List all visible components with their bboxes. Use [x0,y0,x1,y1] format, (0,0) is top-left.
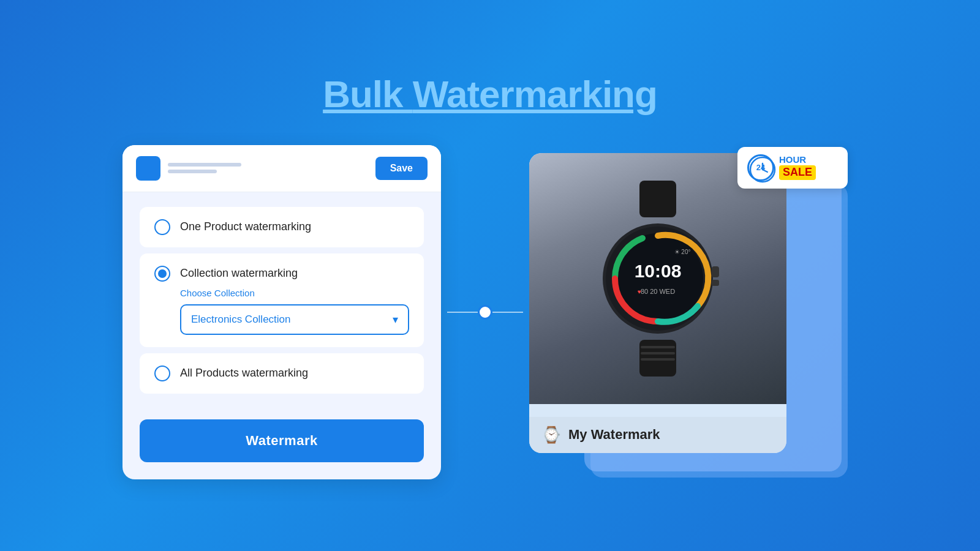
title-start: Bulk [323,73,413,115]
card-main: 10:08 80 20 WED ☀ 20° ♥ ⌚ [529,153,786,453]
header-icon-box [136,156,160,181]
choose-collection-link[interactable]: Choose Collection [180,288,409,298]
svg-rect-3 [639,181,676,217]
left-panel: Save One Product watermarking Collection… [123,145,441,479]
watch-svg: 10:08 80 20 WED ☀ 20° ♥ [590,181,725,377]
main-content: Save One Product watermarking Collection… [123,145,858,479]
collection-dropdown[interactable]: Electronics Collection ▾ [180,304,409,335]
svg-rect-16 [641,358,675,361]
radio-all-products[interactable] [154,365,170,381]
svg-rect-15 [641,352,675,354]
sale-badge: 24 HOUR SALE [737,147,848,189]
svg-rect-14 [641,346,675,348]
radio-collection[interactable] [154,266,170,282]
page-title: Bulk Watermarking [323,72,657,116]
svg-rect-7 [712,280,719,286]
connector-line-left [447,312,478,313]
panel-header: Save [123,145,441,192]
watermark-button[interactable]: Watermark [140,419,424,462]
option-one-product[interactable]: One Product watermarking [140,207,424,247]
sale-clock: 24 [747,154,774,181]
watch-bg: 10:08 80 20 WED ☀ 20° ♥ [529,153,786,404]
option-collection[interactable]: Collection watermarking Choose Collectio… [140,253,424,347]
dropdown-arrow-icon: ▾ [393,313,398,326]
save-button[interactable]: Save [375,157,428,180]
title-highlight: Watermarking [413,73,657,115]
right-panel: 24 HOUR SALE [529,153,835,471]
connector [447,305,523,320]
watermark-text: My Watermark [568,427,660,443]
option-one-product-text: One Product watermarking [180,220,311,233]
options-area: One Product watermarking Collection wate… [123,192,441,414]
option-all-products-label-row: All Products watermarking [154,365,409,381]
option-one-product-label-row: One Product watermarking [154,219,409,235]
header-left [136,156,241,181]
header-line-long [168,163,241,167]
svg-text:80 20 WED: 80 20 WED [641,288,675,295]
svg-rect-6 [712,266,719,277]
radio-one-product[interactable] [154,219,170,235]
collection-dropdown-text: Electronics Collection [191,313,291,326]
connector-dot [478,305,492,320]
sale-tag: SALE [779,165,816,180]
watermark-overlay: ⌚ My Watermark [529,417,786,453]
watermark-icon: ⌚ [541,425,561,444]
option-collection-label-row: Collection watermarking [154,266,409,282]
svg-text:10:08: 10:08 [635,261,682,281]
header-lines [168,163,241,173]
option-all-products-text: All Products watermarking [180,367,308,380]
option-all-products[interactable]: All Products watermarking [140,353,424,394]
sale-hour-text: HOUR [779,155,816,165]
sale-text-block: HOUR SALE [779,155,816,179]
svg-text:☀ 20°: ☀ 20° [674,249,691,255]
sale-number: 24 [756,163,765,172]
header-line-short [168,170,217,173]
svg-text:♥: ♥ [638,288,641,295]
radio-collection-inner [158,269,167,278]
connector-line-right [492,312,523,313]
option-collection-text: Collection watermarking [180,267,298,280]
